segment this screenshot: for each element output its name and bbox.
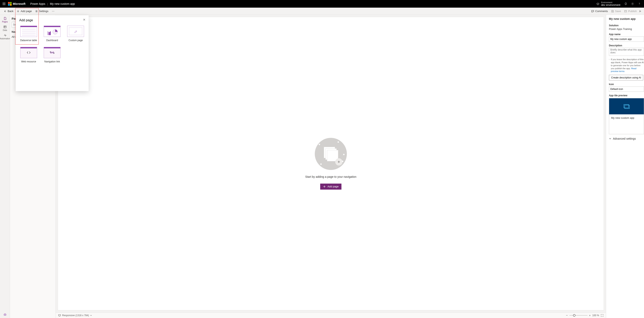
breadcrumb-divider: | bbox=[47, 3, 48, 6]
svg-point-9 bbox=[632, 4, 633, 4]
option-label: Dashboard bbox=[46, 39, 58, 42]
save-label: Save bbox=[615, 10, 621, 13]
advanced-settings-label: Advanced settings bbox=[613, 137, 636, 140]
option-dataverse-table[interactable]: Dataverse table bbox=[19, 26, 38, 42]
comments-label: Comments bbox=[595, 10, 608, 13]
gear-icon bbox=[35, 10, 38, 13]
automation-icon bbox=[4, 34, 6, 37]
ai-info: If you leave the description of this app… bbox=[609, 58, 644, 73]
svg-rect-3 bbox=[3, 4, 4, 4]
save-button[interactable]: Save bbox=[610, 9, 623, 14]
create-description-ai-button[interactable]: Create description using AI bbox=[609, 75, 643, 81]
properties-panel: My new custom app Solution Power Apps Tr… bbox=[606, 15, 644, 318]
app-name[interactable]: Power Apps bbox=[30, 2, 45, 6]
solution-value: Power Apps Training bbox=[609, 28, 644, 31]
empty-state-text: Start by adding a page to your navigatio… bbox=[305, 175, 356, 178]
svg-point-11 bbox=[36, 11, 37, 12]
appname-input[interactable] bbox=[609, 37, 644, 42]
data-icon bbox=[4, 25, 6, 29]
option-navigation-link[interactable]: Navigation link bbox=[43, 47, 61, 63]
pages-stack-icon bbox=[324, 147, 338, 161]
plus-badge-icon: + bbox=[335, 158, 342, 166]
icon-select[interactable] bbox=[609, 87, 644, 92]
svg-point-14 bbox=[54, 11, 54, 11]
option-web-resource[interactable]: Web resource bbox=[19, 47, 38, 63]
dashboard-icon bbox=[44, 26, 60, 37]
add-page-popup: Add page Dataverse table Dashboard bbox=[16, 15, 88, 91]
rail-virtual-agent[interactable] bbox=[0, 312, 10, 318]
fit-icon[interactable] bbox=[601, 314, 604, 317]
gear-icon bbox=[631, 2, 634, 6]
svg-rect-6 bbox=[3, 5, 4, 5]
solution-label: Solution bbox=[609, 24, 644, 27]
ms-logo-icon bbox=[8, 2, 12, 6]
add-page-button[interactable]: Add page bbox=[15, 9, 34, 14]
option-dashboard[interactable]: Dashboard bbox=[43, 26, 61, 42]
help-button[interactable] bbox=[636, 0, 643, 8]
zoom-in-button[interactable]: + bbox=[589, 314, 591, 317]
settings-cmd[interactable]: Settings bbox=[34, 9, 50, 14]
microsoft-logo[interactable]: Microsoft bbox=[8, 2, 26, 6]
plus-icon bbox=[17, 10, 20, 13]
publish-button[interactable]: Publish bbox=[622, 9, 638, 14]
zoom-out-button[interactable]: − bbox=[566, 313, 568, 317]
publish-label: Publish bbox=[628, 10, 637, 13]
plus-icon bbox=[323, 185, 326, 188]
web-resource-icon bbox=[20, 47, 37, 58]
icon-label: Icon bbox=[609, 83, 644, 86]
tile-name: My new custom app bbox=[609, 114, 644, 121]
environment-picker[interactable]: Environment dev environment bbox=[594, 2, 622, 6]
rail-automation[interactable]: Automation bbox=[0, 33, 10, 41]
responsive-label[interactable]: Responsive (1316 x 784) bbox=[62, 314, 89, 317]
breadcrumb-current: My new custom app bbox=[50, 2, 75, 6]
svg-point-16 bbox=[4, 314, 5, 315]
popup-close-button[interactable] bbox=[82, 17, 86, 22]
navigation-link-icon bbox=[44, 47, 60, 58]
rail-pages[interactable]: Pages bbox=[0, 16, 10, 24]
ai-info-text: If you leave the description of this app… bbox=[611, 58, 644, 70]
option-label: Custom page bbox=[68, 39, 83, 42]
play-icon bbox=[639, 10, 642, 13]
close-icon bbox=[83, 19, 86, 21]
settings-button[interactable] bbox=[629, 0, 636, 8]
waffle-icon bbox=[2, 3, 6, 5]
command-bar: Back Add page Settings Comments Save Pub… bbox=[0, 8, 644, 15]
arrow-left-icon bbox=[4, 10, 6, 13]
svg-rect-18 bbox=[58, 314, 61, 316]
svg-point-12 bbox=[52, 11, 52, 11]
chevron-down-icon[interactable] bbox=[90, 314, 92, 316]
waffle-menu[interactable] bbox=[1, 1, 7, 7]
global-header: Microsoft Power Apps | My new custom app… bbox=[0, 0, 644, 8]
info-icon bbox=[609, 58, 610, 61]
option-label: Dataverse table bbox=[20, 39, 37, 42]
zoom-slider[interactable] bbox=[570, 315, 588, 315]
environment-label: Environment dev environment bbox=[601, 2, 620, 6]
svg-rect-2 bbox=[5, 3, 6, 3]
svg-point-13 bbox=[53, 11, 53, 11]
popup-title: Add page bbox=[19, 19, 85, 22]
description-input[interactable] bbox=[609, 48, 644, 56]
back-label: Back bbox=[8, 10, 14, 13]
option-custom-page[interactable]: Custom page bbox=[66, 26, 85, 42]
overflow-button[interactable] bbox=[50, 9, 56, 14]
design-canvas: + Start by adding a page to your navigat… bbox=[58, 17, 604, 310]
add-page-label: Add page bbox=[21, 10, 32, 13]
notifications-button[interactable] bbox=[622, 0, 629, 8]
bell-icon bbox=[624, 2, 627, 6]
app-tile-preview: My new custom app bbox=[609, 98, 644, 134]
rail-data[interactable]: Data bbox=[0, 24, 10, 33]
advanced-settings-toggle[interactable]: Advanced settings bbox=[609, 137, 644, 140]
option-label: Navigation link bbox=[44, 60, 60, 63]
settings-label: Settings bbox=[39, 10, 48, 13]
play-button[interactable] bbox=[638, 9, 642, 14]
back-button[interactable]: Back bbox=[2, 9, 15, 14]
left-rail: Pages Data Automation bbox=[0, 15, 10, 318]
app-tile-icon bbox=[623, 104, 630, 109]
empty-state-graphic: + bbox=[315, 138, 347, 170]
svg-rect-15 bbox=[4, 314, 6, 315]
canvas-add-page-button[interactable]: Add page bbox=[320, 184, 342, 190]
comments-button[interactable]: Comments bbox=[590, 9, 610, 14]
dataverse-table-icon bbox=[20, 26, 37, 37]
appname-label: App name bbox=[609, 33, 644, 36]
svg-rect-7 bbox=[4, 5, 4, 5]
